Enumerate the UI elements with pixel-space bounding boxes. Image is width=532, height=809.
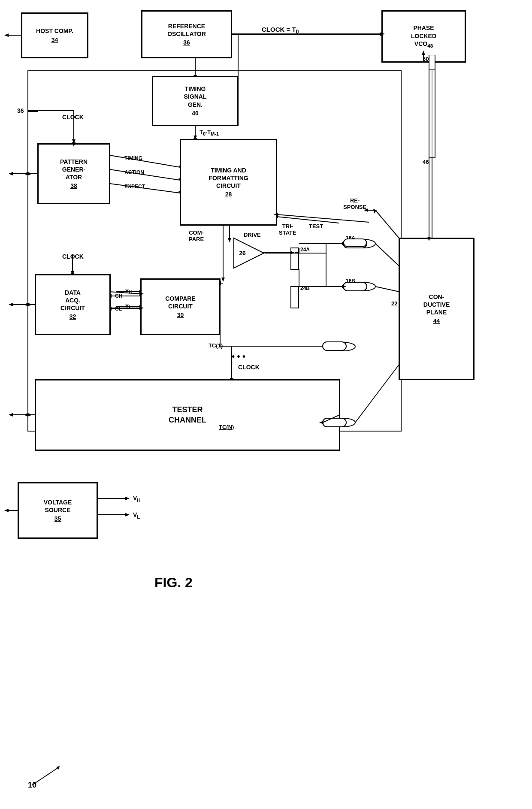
pattern-gen-box: PATTERNGENER-ATOR 38 xyxy=(38,144,110,204)
pattern-gen-ref: 38 xyxy=(70,182,77,190)
compare-circuit-ref: 30 xyxy=(177,311,184,319)
data-acq-box: DATAACQ.CIRCUIT 32 xyxy=(35,275,110,335)
svg-rect-21 xyxy=(291,248,299,269)
cl-label: CL xyxy=(115,306,122,312)
ref-osc-label: REFERENCEOSCILLATOR xyxy=(167,22,206,38)
ref-osc-box: REFERENCEOSCILLATOR 36 xyxy=(142,11,232,58)
host-comp-ref: 34 xyxy=(51,36,58,44)
timing-fmt-label: TIMING ANDFORMATTINGCIRCUIT xyxy=(209,166,248,190)
host-comp-box: HOST COMP. 34 xyxy=(21,13,88,58)
conductive-plane-box: CON-DUCTIVEPLANE 44 xyxy=(399,238,474,380)
svg-marker-55 xyxy=(221,278,225,282)
clock-bot-label: CLOCK xyxy=(238,364,260,371)
svg-marker-89 xyxy=(373,209,377,214)
pattern-gen-label: PATTERNGENER-ATOR xyxy=(60,158,88,181)
svg-marker-44 xyxy=(228,238,231,242)
host-comp-label: HOST COMP. xyxy=(36,27,73,35)
phase-locked-vco-box: PHASELOCKEDVCO48 xyxy=(382,11,466,62)
svg-marker-80 xyxy=(125,497,130,500)
svg-line-90 xyxy=(277,217,339,223)
diagram: HOST COMP. 34 REFERENCEOSCILLATOR 36 PHA… xyxy=(0,0,532,809)
svg-line-88 xyxy=(375,210,399,238)
svg-marker-108 xyxy=(9,303,13,306)
svg-rect-97 xyxy=(429,55,435,70)
ch-label: CH xyxy=(115,293,122,299)
10-arrow-svg xyxy=(24,764,66,789)
tester-channel-label: TESTERCHANNEL xyxy=(169,405,206,425)
svg-marker-109 xyxy=(28,303,32,306)
svg-line-53 xyxy=(375,287,399,292)
compare-label: COM-PARE xyxy=(189,229,204,242)
t0-tm1-label: T0-TM-1 xyxy=(200,129,219,136)
data-acq-ref: 32 xyxy=(70,313,76,320)
fig2-label: FIG. 2 xyxy=(154,575,193,591)
vl1-label: VL xyxy=(125,303,131,310)
timing-signal-gen-ref: 40 xyxy=(192,109,199,117)
tcn-label: TC(N) xyxy=(219,424,234,430)
timing-fmt-box: TIMING ANDFORMATTINGCIRCUIT 28 xyxy=(180,139,277,225)
svg-marker-93 xyxy=(234,238,264,268)
svg-marker-84 xyxy=(4,509,9,512)
svg-line-98 xyxy=(32,768,58,785)
action-arrow-label: ACTION xyxy=(124,169,144,175)
svg-point-19 xyxy=(331,342,355,351)
voltage-source-ref: 35 xyxy=(54,515,61,522)
tester-channel-box: TESTERCHANNEL xyxy=(35,380,340,450)
conductive-plane-label: CON-DUCTIVEPLANE xyxy=(423,293,450,317)
dots-label: • • • xyxy=(232,352,245,362)
svg-marker-111 xyxy=(9,413,13,417)
vl2-label: VL xyxy=(133,511,140,519)
svg-line-36 xyxy=(110,169,180,180)
ref-osc-ref: 36 xyxy=(183,39,190,46)
conductive-plane-ref: 44 xyxy=(433,317,440,325)
svg-text:26: 26 xyxy=(239,250,246,257)
timing-fmt-ref: 28 xyxy=(225,190,232,198)
clock-mid-label: CLOCK xyxy=(62,253,84,260)
16a-connector xyxy=(343,238,367,247)
compare-circuit-box: COMPARECIRCUIT 30 xyxy=(141,279,220,335)
data-acq-label: DATAACQ.CIRCUIT xyxy=(60,289,85,312)
voltage-source-label: VOLTAGESOURCE xyxy=(44,498,72,514)
svg-line-34 xyxy=(110,155,180,167)
vh2-label: VH xyxy=(133,495,141,503)
drive-amplifier-svg: 26 xyxy=(232,236,266,270)
timing-signal-gen-box: TIMINGSIGNALGEN. 40 xyxy=(152,76,238,126)
svg-marker-74 xyxy=(24,413,28,417)
svg-line-78 xyxy=(355,365,399,423)
clock-t0-label: CLOCK = T0 xyxy=(262,26,299,35)
svg-marker-120 xyxy=(72,139,76,144)
svg-marker-24 xyxy=(4,33,9,37)
expect-arrow-label: EXPECT xyxy=(124,184,145,190)
svg-rect-22 xyxy=(291,287,299,308)
16b-label: 16B xyxy=(346,278,355,284)
compare-circuit-label: COMPARECIRCUIT xyxy=(165,295,196,310)
svg-line-52 xyxy=(375,244,399,266)
svg-marker-127 xyxy=(342,285,346,288)
24b-label: 24B xyxy=(300,285,310,291)
22-label: 22 xyxy=(391,300,397,307)
svg-rect-102 xyxy=(323,342,346,350)
svg-marker-112 xyxy=(28,413,32,417)
vh1-label: VH xyxy=(125,288,132,295)
filter-50-svg xyxy=(425,55,440,70)
svg-line-140 xyxy=(277,214,369,222)
tc1-label: TC(1) xyxy=(209,342,223,349)
svg-marker-106 xyxy=(28,172,32,175)
svg-marker-67 xyxy=(24,303,28,306)
phase-locked-label: PHASELOCKEDVCO48 xyxy=(411,24,436,48)
timing-arrow-label: TIMING xyxy=(124,155,142,161)
46-label: 46 xyxy=(423,159,429,165)
test-label: TEST xyxy=(309,223,323,229)
ref36-side-label: 36 xyxy=(17,107,24,114)
svg-marker-46 xyxy=(290,251,295,254)
timing-signal-gen-label: TIMINGSIGNALGEN. xyxy=(184,85,207,109)
24a-label: 24A xyxy=(300,247,310,253)
voltage-source-box: VOLTAGESOURCE 35 xyxy=(18,483,97,538)
clock-top-label: CLOCK xyxy=(62,114,84,121)
svg-marker-82 xyxy=(125,513,130,516)
tri-state-label: TRI-STATE xyxy=(279,223,296,236)
svg-marker-105 xyxy=(9,172,13,175)
svg-marker-41 xyxy=(24,172,28,175)
coaxial-46-svg xyxy=(425,68,440,158)
response-label: RE-SPONSE xyxy=(343,197,366,210)
